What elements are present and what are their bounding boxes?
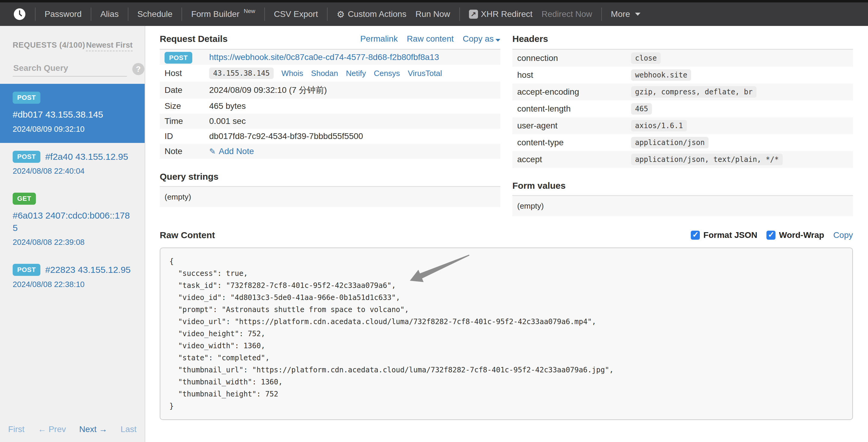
id-value: db017fd8-7c92-4534-bf39-7bbbd55f5500 [209, 131, 363, 141]
nav-separator [128, 7, 128, 21]
nav-item-custom-actions[interactable]: ⚙ Custom Actions [337, 9, 406, 20]
time-value: 0.001 sec [209, 116, 246, 126]
netify-link[interactable]: Netify [346, 69, 366, 78]
method-badge: GET [13, 193, 36, 205]
nav-item-more[interactable]: More [611, 9, 641, 19]
form-values-empty: (empty) [513, 195, 853, 216]
size-value: 465 bytes [209, 101, 246, 111]
request-list-item[interactable]: POST #f2a40 43.155.12.95 2024/08/08 22:4… [0, 143, 145, 185]
request-list-item[interactable]: POST #22823 43.155.12.95 2024/08/08 22:3… [0, 256, 145, 298]
nav-item-redirect-now[interactable]: Redirect Now [541, 9, 592, 19]
requests-sidebar: REQUESTS (4/100) Newest First ? POST #db… [0, 26, 145, 442]
request-date: 2024/08/08 22:40:04 [13, 167, 133, 176]
date-value: 2024/08/09 09:32:10 (7 分钟前) [209, 84, 327, 96]
request-date: 2024/08/08 22:38:10 [13, 280, 133, 289]
header-value: 465 [631, 103, 652, 115]
request-details-table: POST https://webhook.site/0c87ca0e-cd74-… [160, 49, 500, 159]
raw-content-title: Raw Content [160, 230, 215, 240]
search-input[interactable] [13, 61, 127, 77]
copy-raw-button[interactable]: Copy [833, 230, 853, 240]
method-badge: POST [164, 52, 192, 64]
note-label: Note [164, 147, 209, 156]
request-date: 2024/08/08 22:39:08 [13, 238, 133, 247]
time-label: Time [164, 116, 209, 126]
raw-json-body: { "success": true, "task_id": "732f8282-… [169, 255, 843, 412]
nav-separator [601, 7, 602, 21]
header-value: close [631, 53, 661, 64]
pencil-icon: ✎ [209, 147, 216, 156]
header-name: host [517, 70, 631, 80]
nav-item-run-now[interactable]: Run Now [415, 9, 450, 19]
checkbox-checked-icon [767, 231, 775, 240]
shodan-link[interactable]: Shodan [311, 69, 338, 78]
method-badge: POST [13, 151, 40, 163]
nav-item-schedule[interactable]: Schedule [137, 9, 173, 19]
censys-link[interactable]: Censys [374, 69, 400, 78]
form-values-title: Form values [513, 181, 566, 190]
header-name: accept-encoding [517, 87, 631, 97]
header-name: content-type [517, 138, 631, 147]
request-title: #6a013 2407:cdc0:b006::1785 [13, 210, 133, 234]
add-note-button[interactable]: ✎ Add Note [209, 147, 254, 156]
header-value: application/json [631, 137, 709, 148]
request-title: #22823 43.155.12.95 [45, 264, 131, 276]
top-navbar: Password Alias Schedule Form Builder New… [0, 2, 868, 26]
request-url-link[interactable]: https://webhook.site/0c87ca0e-cd74-4577-… [209, 53, 439, 62]
nav-item-form-builder[interactable]: Form Builder New [191, 9, 255, 19]
date-label: Date [164, 85, 209, 95]
whois-link[interactable]: Whois [281, 69, 303, 78]
nav-separator [459, 7, 460, 21]
nav-item-csv-export[interactable]: CSV Export [274, 9, 318, 19]
method-badge: POST [13, 264, 40, 276]
new-badge: New [244, 8, 255, 14]
pagination-prev[interactable]: ← Prev [38, 424, 66, 434]
nav-separator [327, 7, 328, 21]
caret-down-icon [495, 39, 500, 41]
nav-separator [264, 7, 265, 21]
gear-icon: ⚙ [337, 9, 345, 20]
pagination-first[interactable]: First [8, 424, 24, 434]
request-title: #db017 43.155.38.145 [13, 109, 103, 121]
host-value: 43.155.38.145 [209, 67, 274, 79]
help-icon[interactable]: ? [132, 63, 144, 75]
pagination-last[interactable]: Last [121, 424, 136, 434]
header-name: content-length [517, 104, 631, 114]
raw-content-link[interactable]: Raw content [407, 34, 454, 44]
requests-count-label: REQUESTS (4/100) [13, 40, 85, 50]
header-value: axios/1.6.1 [631, 120, 687, 131]
raw-content-box: { "success": true, "task_id": "732f8282-… [160, 247, 853, 420]
header-value: webhook.site [631, 69, 691, 81]
header-value: application/json, text/plain, */* [631, 154, 783, 165]
request-list-item[interactable]: POST #db017 43.155.38.145 2024/08/09 09:… [0, 84, 145, 143]
window-top-strip [0, 0, 868, 2]
virustotal-link[interactable]: VirusTotal [408, 69, 442, 78]
main-content: Request Details Permalink Raw content Co… [145, 26, 868, 442]
query-strings-title: Query strings [160, 172, 218, 181]
checkbox-checked-icon [691, 231, 700, 240]
size-label: Size [164, 101, 209, 111]
caret-down-icon [635, 13, 641, 16]
external-arrow-icon: ↗ [469, 10, 478, 19]
header-name: user-agent [517, 121, 631, 130]
word-wrap-checkbox[interactable]: Word-Wrap [767, 230, 824, 240]
nav-item-alias[interactable]: Alias [100, 9, 119, 19]
request-details-title: Request Details [160, 34, 227, 44]
nav-item-xhr-redirect[interactable]: ↗ XHR Redirect [469, 9, 532, 19]
copy-as-dropdown[interactable]: Copy as [463, 34, 500, 44]
method-badge: POST [13, 92, 40, 104]
format-json-checkbox[interactable]: Format JSON [691, 230, 757, 240]
clock-icon[interactable] [13, 8, 26, 21]
permalink-link[interactable]: Permalink [360, 34, 398, 44]
sort-order-toggle[interactable]: Newest First [86, 40, 133, 51]
pagination-next[interactable]: Next → [79, 424, 107, 434]
host-label: Host [164, 68, 209, 78]
nav-item-password[interactable]: Password [44, 9, 82, 19]
id-label: ID [164, 131, 209, 141]
headers-table: connection close host webhook.site accep… [513, 49, 853, 168]
headers-title: Headers [513, 34, 548, 44]
nav-separator [91, 7, 91, 21]
header-name: connection [517, 53, 631, 63]
query-strings-empty: (empty) [160, 186, 500, 207]
request-list-item[interactable]: GET #6a013 2407:cdc0:b006::1785 2024/08/… [0, 185, 145, 256]
request-title: #f2a40 43.155.12.95 [45, 151, 128, 163]
